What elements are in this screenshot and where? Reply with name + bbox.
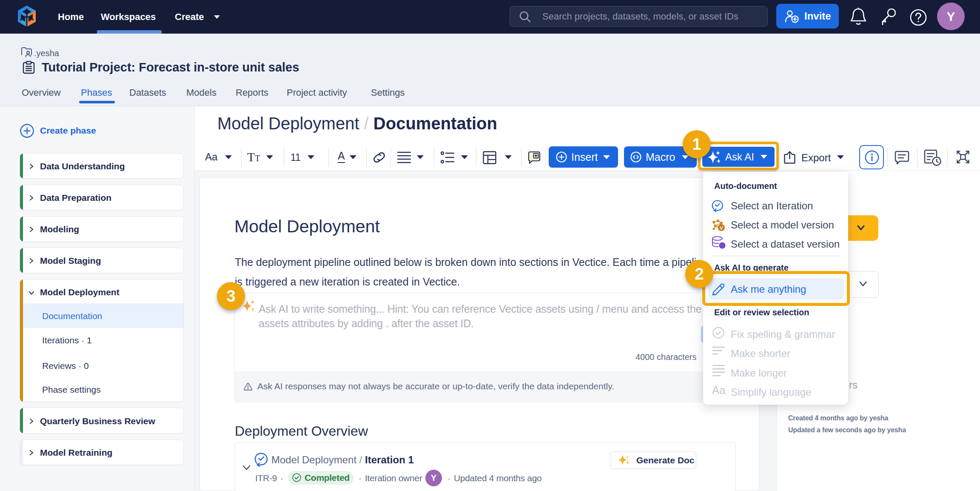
svg-text:V: V <box>720 226 723 231</box>
svg-text:V: V <box>721 243 724 248</box>
